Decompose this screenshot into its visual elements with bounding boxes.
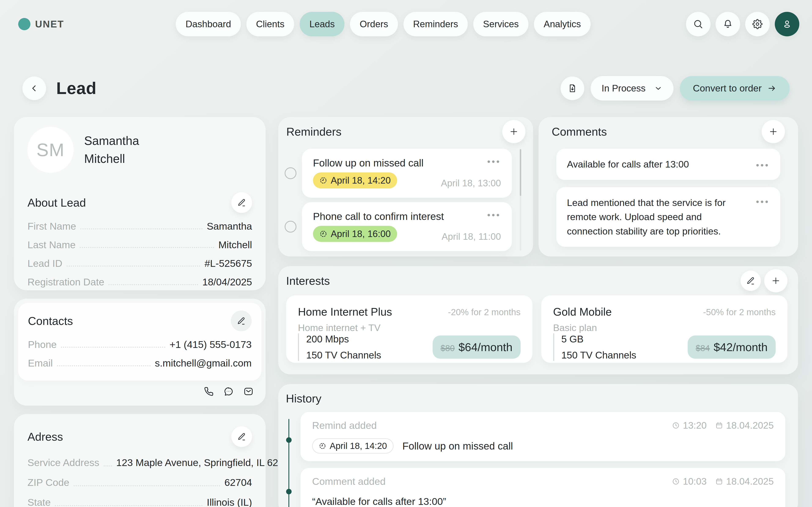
- lead-profile: SM Samantha Mitchell: [28, 127, 252, 173]
- edit-about-button[interactable]: [231, 192, 252, 213]
- back-button[interactable]: [22, 76, 46, 100]
- lead-status-select[interactable]: In Process: [591, 76, 673, 101]
- pencil-icon: [237, 198, 246, 207]
- comments-title: Comments: [552, 125, 607, 138]
- chevron-down-icon: [654, 84, 662, 93]
- nav-item-analytics[interactable]: Analytics: [534, 12, 591, 36]
- topbar: UNET Dashboard Clients Leads Orders Remi…: [0, 12, 812, 36]
- comment-text: Available for calls after 13:00: [567, 157, 689, 172]
- nav-item-dashboard[interactable]: Dashboard: [176, 12, 241, 36]
- reminders-list: Follow up on missed call •••: [285, 148, 525, 251]
- call-action-icon[interactable]: [203, 386, 214, 397]
- interests-panel: Interests: [278, 266, 798, 374]
- plan-price-badge: $80 $64/month: [433, 335, 521, 359]
- plan-features: 200 Mbps 150 TV Channels: [298, 333, 381, 361]
- nav-item-reminders[interactable]: Reminders: [403, 12, 468, 36]
- calendar-icon: [715, 421, 723, 430]
- about-row-last-name: Last NameMitchell: [28, 235, 252, 254]
- interests-title: Interests: [286, 274, 330, 287]
- reminder-title: Phone call to confirm interest: [313, 211, 444, 222]
- reminder-created-at: April 18, 13:00: [441, 178, 501, 188]
- main-nav: Dashboard Clients Leads Orders Reminders…: [176, 12, 591, 36]
- address-row-state: StateIllinois (IL): [28, 492, 252, 507]
- about-lead-title: About Lead: [28, 196, 86, 209]
- lead-summary-column: SM Samantha Mitchell About Lead: [14, 117, 266, 507]
- edit-address-button[interactable]: [231, 426, 252, 447]
- comments-panel: Comments Available for calls after 13:00…: [539, 117, 798, 257]
- page-title: Lead: [56, 78, 97, 98]
- edit-interests-button[interactable]: [741, 271, 761, 291]
- pencil-icon: [237, 317, 246, 325]
- plan-name: Home Internet Plus: [298, 305, 392, 318]
- comment-card: Lead mentioned that the service is for r…: [556, 187, 780, 247]
- export-button[interactable]: [561, 76, 584, 100]
- plan-old-price: $84: [696, 343, 710, 353]
- address-row-zip: ZIP Code62704: [28, 472, 252, 492]
- plan-subtitle: Basic plan: [553, 322, 612, 333]
- history-event-label: Remind added: [312, 419, 377, 431]
- nav-item-clients[interactable]: Clients: [246, 12, 294, 36]
- dotted-clock-icon: [319, 442, 326, 450]
- about-row-first-name: First NameSamantha: [28, 217, 252, 235]
- plus-icon: [769, 127, 778, 136]
- reminders-scrollbar[interactable]: [520, 149, 521, 250]
- convert-to-order-button[interactable]: Convert to order: [680, 76, 790, 101]
- plus-icon: [771, 276, 780, 285]
- plan-old-price: $80: [441, 343, 455, 353]
- lead-first-name: Samantha: [84, 132, 139, 150]
- reminder-created-at: April 18, 11:00: [442, 231, 501, 242]
- email-action-icon[interactable]: [243, 386, 254, 397]
- settings-button[interactable]: [745, 12, 770, 36]
- reminder-item: Follow up on missed call •••: [285, 148, 512, 198]
- plan-features: 5 GB 150 TV Channels: [553, 333, 637, 361]
- plan-discount: -50% for 2 months: [703, 307, 776, 317]
- comment-menu-button[interactable]: •••: [756, 161, 770, 170]
- avatar: SM: [28, 127, 73, 173]
- interest-plan-card: Home Internet Plus Home internet + TV -2…: [286, 295, 532, 363]
- plus-icon: [509, 127, 518, 136]
- add-comment-button[interactable]: [762, 120, 785, 143]
- reminder-title: Follow up on missed call: [313, 157, 423, 169]
- brand-logo-icon: [18, 18, 31, 30]
- search-button[interactable]: [686, 12, 711, 36]
- history-title: History: [286, 392, 321, 405]
- notifications-button[interactable]: [716, 12, 740, 36]
- interest-plan-card: Gold Mobile Basic plan -50% for 2 months…: [541, 295, 788, 363]
- history-event-time: 10:03: [683, 476, 707, 487]
- plan-price: $42/month: [714, 341, 768, 354]
- history-list: Remind added 13:20: [301, 412, 785, 507]
- bell-icon: [723, 19, 733, 29]
- about-row-registration-date: Registration Date18/04/2025: [28, 273, 252, 291]
- message-action-icon[interactable]: [223, 386, 234, 397]
- nav-item-orders[interactable]: Orders: [350, 12, 398, 36]
- reminders-scrollbar-thumb[interactable]: [520, 149, 521, 196]
- reminder-menu-button[interactable]: •••: [487, 211, 501, 220]
- comment-menu-button[interactable]: •••: [756, 197, 770, 238]
- history-event-date: 18.04.2025: [726, 476, 774, 487]
- history-event-remind-added: Remind added 13:20: [301, 412, 785, 461]
- nav-item-services[interactable]: Services: [473, 12, 528, 36]
- calendar-icon: [715, 477, 723, 486]
- plan-discount: -20% for 2 months: [448, 307, 520, 317]
- about-row-lead-id: Lead ID#L-525675: [28, 254, 252, 273]
- reminder-menu-button[interactable]: •••: [487, 157, 501, 166]
- reminders-panel: Reminders Follow up on missed call: [278, 117, 533, 257]
- timeline-dot: [286, 437, 292, 443]
- reminder-card: Follow up on missed call •••: [302, 149, 512, 198]
- edit-contacts-button[interactable]: [231, 311, 252, 331]
- reminder-checkbox[interactable]: [285, 221, 297, 233]
- history-event-text: “Available for calls after 13:00”: [312, 496, 774, 507]
- brand-logo: UNET: [18, 18, 128, 30]
- profile-button[interactable]: [775, 12, 799, 36]
- add-reminder-button[interactable]: [502, 120, 525, 143]
- user-icon: [782, 19, 792, 30]
- reminder-card: Phone call to confirm interest •••: [302, 202, 512, 251]
- pencil-icon: [237, 432, 246, 441]
- address-row-service-address: Service Address123 Maple Avenue, Springf…: [28, 452, 252, 472]
- pencil-icon: [746, 276, 755, 285]
- reminder-checkbox[interactable]: [285, 167, 297, 179]
- nav-item-leads[interactable]: Leads: [300, 12, 345, 36]
- plan-price: $64/month: [458, 341, 512, 354]
- contact-row-email: Emails.mitchell@gmail.com: [28, 354, 252, 372]
- add-interest-button[interactable]: [764, 269, 788, 292]
